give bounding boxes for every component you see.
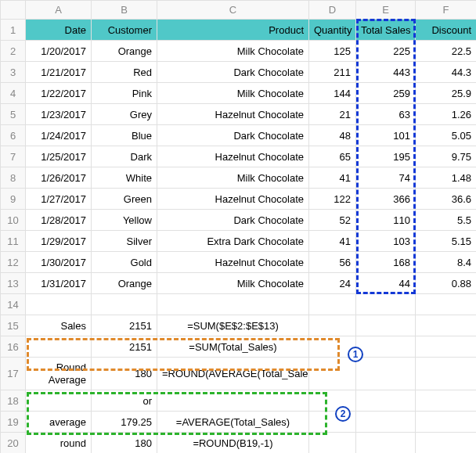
cell[interactable]: 110 [356, 210, 416, 231]
cell[interactable]: Dark [92, 146, 157, 167]
col-header-F[interactable]: F [416, 1, 477, 20]
cell[interactable]: Dark Chocolate [157, 62, 309, 83]
cell[interactable]: 5.5 [416, 210, 477, 231]
cell[interactable]: Silver [92, 231, 157, 252]
cell[interactable] [356, 412, 416, 433]
cell[interactable] [309, 433, 356, 454]
cell[interactable]: 1/20/2017 [26, 41, 92, 62]
cell[interactable]: Gold [92, 252, 157, 273]
cell[interactable] [416, 294, 477, 315]
cell[interactable]: Milk Chocolate [157, 167, 309, 189]
cell[interactable]: Milk Chocolate [157, 83, 309, 104]
row-header[interactable]: 4 [1, 83, 26, 104]
cell[interactable]: Green [92, 189, 157, 210]
cell-E1[interactable]: Total Sales [356, 20, 416, 41]
row-header[interactable]: 17 [1, 358, 26, 390]
cell[interactable]: 56 [309, 252, 356, 273]
cell[interactable]: 1/25/2017 [26, 146, 92, 167]
cell[interactable]: 1.48 [416, 167, 477, 189]
cell[interactable]: 1/31/2017 [26, 273, 92, 294]
cell[interactable]: 5.15 [416, 231, 477, 252]
cell[interactable]: 211 [309, 62, 356, 83]
cell-sales-value[interactable]: 2151 [92, 315, 157, 336]
cell[interactable]: Hazelnut Chocolate [157, 252, 309, 273]
cell[interactable]: 25.9 [416, 83, 477, 104]
row-header[interactable]: 12 [1, 252, 26, 273]
cell[interactable]: 168 [356, 252, 416, 273]
cell[interactable] [356, 358, 416, 390]
cell-round-avg-label[interactable]: Round Average [26, 358, 92, 390]
row-header[interactable]: 16 [1, 336, 26, 358]
cell[interactable]: 1/22/2017 [26, 83, 92, 104]
cell[interactable] [416, 433, 477, 454]
cell-D1[interactable]: Quantity [309, 20, 356, 41]
cell[interactable]: 0.88 [416, 273, 477, 294]
cell[interactable]: 41 [309, 231, 356, 252]
col-header-E[interactable]: E [356, 1, 416, 20]
cell[interactable]: 144 [309, 83, 356, 104]
row-header[interactable]: 15 [1, 315, 26, 336]
cell-round-formula[interactable]: =ROUND(B19,-1) [157, 433, 309, 454]
cell[interactable] [26, 336, 92, 358]
row-header[interactable]: 20 [1, 433, 26, 454]
cell[interactable]: 65 [309, 146, 356, 167]
cell-average-value[interactable]: 179.25 [92, 412, 157, 433]
cell[interactable] [92, 294, 157, 315]
cell[interactable]: 63 [356, 104, 416, 125]
cell-round-label[interactable]: round [26, 433, 92, 454]
cell-sales-value-2[interactable]: 2151 [92, 336, 157, 358]
cell[interactable]: Blue [92, 125, 157, 146]
cell[interactable]: 122 [309, 189, 356, 210]
row-header[interactable]: 9 [1, 189, 26, 210]
row-header[interactable]: 11 [1, 231, 26, 252]
cell[interactable]: Orange [92, 273, 157, 294]
cell[interactable]: 1/21/2017 [26, 62, 92, 83]
cell-or-label[interactable]: or [92, 390, 157, 412]
cell[interactable]: 1/29/2017 [26, 231, 92, 252]
cell-round-avg-formula[interactable]: =ROUND(AVERAGE(Total_Sales),-1) [157, 358, 309, 390]
cell[interactable]: Red [92, 62, 157, 83]
cell[interactable]: 125 [309, 41, 356, 62]
cell[interactable] [416, 315, 477, 336]
cell[interactable] [309, 390, 356, 412]
cell[interactable]: Pink [92, 83, 157, 104]
cell[interactable]: 1/23/2017 [26, 104, 92, 125]
cell[interactable] [416, 390, 477, 412]
cell[interactable]: 195 [356, 146, 416, 167]
cell[interactable]: 1.26 [416, 104, 477, 125]
cell[interactable]: 1/30/2017 [26, 252, 92, 273]
cell-B1[interactable]: Customer [92, 20, 157, 41]
cell[interactable]: Hazelnut Chocolate [157, 146, 309, 167]
row-header[interactable]: 19 [1, 412, 26, 433]
cell[interactable]: 225 [356, 41, 416, 62]
col-header-C[interactable]: C [157, 1, 309, 20]
cell-round-value[interactable]: 180 [92, 433, 157, 454]
cell[interactable]: White [92, 167, 157, 189]
cell[interactable] [356, 315, 416, 336]
cell[interactable]: 5.05 [416, 125, 477, 146]
cell[interactable] [309, 412, 356, 433]
row-header[interactable]: 6 [1, 125, 26, 146]
row-header[interactable]: 18 [1, 390, 26, 412]
cell[interactable] [309, 358, 356, 390]
cell[interactable]: Yellow [92, 210, 157, 231]
cell-sales-label[interactable]: Sales [26, 315, 92, 336]
cell-average-label[interactable]: average [26, 412, 92, 433]
row-header[interactable]: 1 [1, 20, 26, 41]
row-header[interactable]: 2 [1, 41, 26, 62]
cell[interactable]: Milk Chocolate [157, 41, 309, 62]
cell-F1[interactable]: Discount [416, 20, 477, 41]
cell[interactable]: 44 [356, 273, 416, 294]
row-header[interactable]: 8 [1, 167, 26, 189]
cell[interactable]: 103 [356, 231, 416, 252]
cell[interactable]: 74 [356, 167, 416, 189]
cell[interactable]: 41 [309, 167, 356, 189]
cell[interactable]: 52 [309, 210, 356, 231]
row-header[interactable]: 7 [1, 146, 26, 167]
cell-round-avg-value[interactable]: 180 [92, 358, 157, 390]
cell-sum-formula-1[interactable]: =SUM($E$2:$E$13) [157, 315, 309, 336]
cell[interactable] [356, 390, 416, 412]
cell[interactable]: Dark Chocolate [157, 210, 309, 231]
cell[interactable] [309, 336, 356, 358]
cell[interactable] [356, 294, 416, 315]
